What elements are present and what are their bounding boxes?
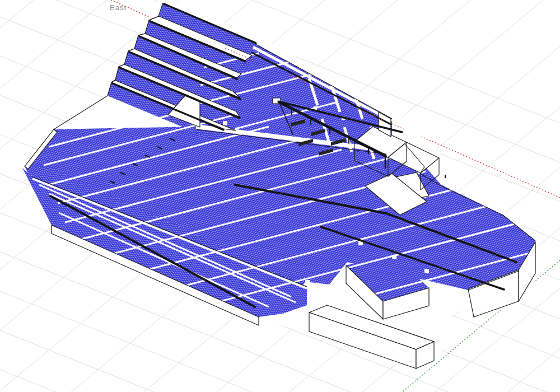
- compass-east-label: East: [110, 3, 127, 12]
- cad-canvas[interactable]: [0, 0, 560, 392]
- viewport-3d: East: [0, 0, 560, 392]
- origin-marker: [445, 175, 446, 178]
